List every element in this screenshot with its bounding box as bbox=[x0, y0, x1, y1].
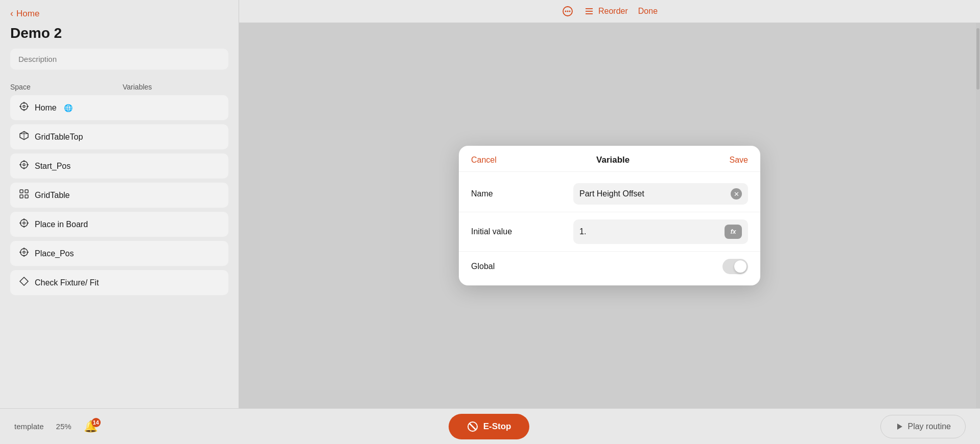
more-options-button[interactable] bbox=[562, 5, 574, 17]
modal-cancel-button[interactable]: Cancel bbox=[471, 156, 497, 165]
clear-name-button[interactable]: ✕ bbox=[731, 188, 742, 199]
description-input[interactable] bbox=[10, 49, 228, 70]
variables-section-header: Variables bbox=[123, 83, 152, 91]
modal-name-row: Name ✕ bbox=[459, 176, 760, 212]
initial-value-label: Initial value bbox=[471, 227, 573, 236]
svg-rect-14 bbox=[20, 190, 23, 193]
svg-point-18 bbox=[20, 219, 28, 227]
svg-rect-17 bbox=[25, 195, 28, 198]
space-item-placepos-label: Place_Pos bbox=[35, 249, 74, 258]
svg-point-24 bbox=[20, 249, 28, 256]
svg-line-38 bbox=[470, 424, 476, 430]
bottom-left: template 25% 🔔 14 bbox=[14, 420, 98, 433]
space-item-startpos-label: Start_Pos bbox=[35, 162, 71, 171]
space-item-placeinboard-label: Place in Board bbox=[35, 220, 88, 229]
box-icon bbox=[18, 130, 30, 143]
name-input-container: ✕ bbox=[573, 183, 748, 205]
svg-point-19 bbox=[23, 222, 25, 224]
space-item-placepos[interactable]: Place_Pos bbox=[10, 241, 228, 266]
estop-button[interactable]: E-Stop bbox=[449, 414, 530, 439]
initial-value-input-container: fx bbox=[573, 219, 748, 244]
bottom-bar: template 25% 🔔 14 E-Stop Play routine bbox=[0, 408, 980, 444]
svg-point-1 bbox=[23, 105, 25, 107]
modal-body: Name ✕ Initial value bbox=[459, 172, 760, 285]
notification-badge: 14 bbox=[91, 418, 101, 427]
percent-label: 25% bbox=[56, 422, 72, 431]
modal-overlay: Cancel Variable Save Name bbox=[239, 23, 980, 408]
top-bar: Reorder Done bbox=[239, 0, 980, 23]
variable-modal: Cancel Variable Save Name bbox=[459, 146, 760, 285]
grid-icon bbox=[18, 189, 30, 202]
done-button[interactable]: Done bbox=[638, 7, 658, 16]
space-item-checkfixture-label: Check Fixture/ Fit bbox=[35, 278, 99, 287]
space-item-checkfixture[interactable]: Check Fixture/ Fit bbox=[10, 270, 228, 295]
modal-global-row: Global bbox=[459, 252, 760, 281]
name-label: Name bbox=[471, 189, 573, 198]
crosshair4-icon bbox=[18, 247, 30, 260]
space-item-home[interactable]: Home 🌐 bbox=[10, 95, 228, 120]
modal-initial-value-row: Initial value fx bbox=[459, 212, 760, 252]
space-item-placeinboard[interactable]: Place in Board bbox=[10, 212, 228, 237]
initial-value-input[interactable] bbox=[579, 227, 720, 236]
svg-point-32 bbox=[567, 11, 568, 12]
svg-rect-15 bbox=[25, 190, 28, 193]
svg-marker-39 bbox=[897, 424, 902, 430]
template-label: template bbox=[14, 422, 44, 431]
svg-rect-16 bbox=[20, 195, 23, 198]
back-chevron-icon: ‹ bbox=[10, 8, 13, 19]
svg-point-0 bbox=[20, 103, 28, 110]
space-item-gridtabletop-label: GridTableTop bbox=[35, 132, 83, 142]
space-item-gridtable-label: GridTable bbox=[35, 191, 69, 200]
reorder-button[interactable]: Reorder bbox=[584, 6, 628, 16]
space-item-home-label: Home bbox=[35, 103, 57, 113]
svg-point-8 bbox=[20, 161, 28, 168]
space-items-list: Home 🌐 GridTableTop bbox=[0, 95, 239, 408]
crosshair3-icon bbox=[18, 218, 30, 231]
play-routine-button[interactable]: Play routine bbox=[880, 415, 966, 438]
modal-title: Variable bbox=[596, 155, 629, 165]
toggle-thumb bbox=[734, 260, 746, 273]
estop-label: E-Stop bbox=[483, 421, 511, 432]
space-item-startpos[interactable]: Start_Pos bbox=[10, 153, 228, 179]
reorder-label: Reorder bbox=[598, 7, 628, 16]
svg-point-9 bbox=[23, 164, 25, 166]
global-toggle[interactable] bbox=[722, 259, 748, 274]
crosshair-icon bbox=[18, 101, 30, 114]
modal-save-button[interactable]: Save bbox=[730, 156, 748, 165]
back-label: Home bbox=[16, 9, 39, 19]
space-section-header: Space bbox=[10, 83, 123, 91]
name-input[interactable] bbox=[579, 189, 727, 198]
crosshair2-icon bbox=[18, 160, 30, 172]
space-item-gridtabletop[interactable]: GridTableTop bbox=[10, 124, 228, 149]
toggle-container bbox=[573, 259, 748, 274]
space-item-gridtable[interactable]: GridTable bbox=[10, 183, 228, 208]
svg-point-33 bbox=[569, 11, 570, 12]
svg-point-25 bbox=[23, 251, 25, 253]
fx-button[interactable]: fx bbox=[725, 225, 742, 239]
back-button[interactable]: ‹ Home bbox=[10, 8, 39, 19]
page-title: Demo 2 bbox=[10, 25, 228, 41]
notification-button[interactable]: 🔔 14 bbox=[84, 420, 98, 433]
global-label: Global bbox=[471, 262, 573, 271]
diamond-icon bbox=[18, 276, 30, 289]
modal-header: Cancel Variable Save bbox=[459, 146, 760, 172]
globe-icon: 🌐 bbox=[64, 104, 73, 112]
play-routine-label: Play routine bbox=[907, 422, 951, 431]
svg-point-31 bbox=[565, 11, 566, 12]
